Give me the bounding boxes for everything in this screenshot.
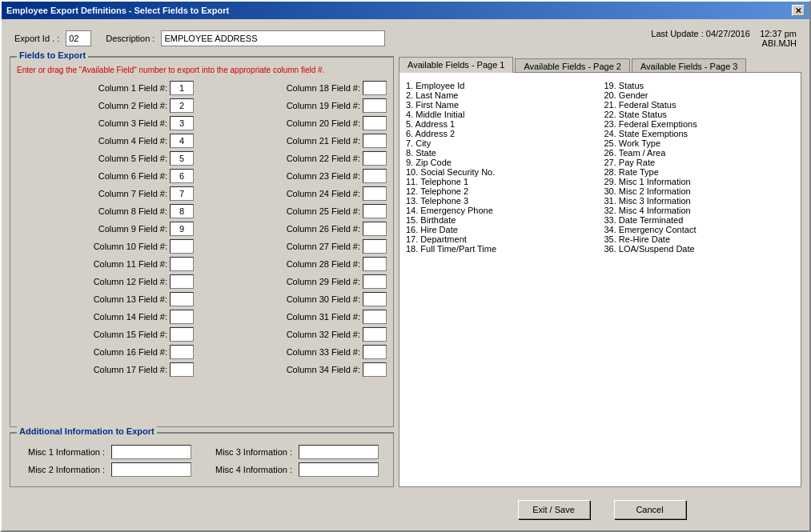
field-item: 14. Emergency Phone — [406, 206, 596, 215]
col-label: Column 26 Field #: — [287, 224, 360, 234]
col-input-right-23[interactable] — [363, 169, 387, 183]
field-item: 22. State Status — [604, 110, 795, 119]
col-label: Column 23 Field #: — [287, 171, 360, 181]
col-input-right-19[interactable] — [363, 98, 387, 113]
col-label: Column 8 Field #: — [98, 206, 167, 216]
column-row: Column 17 Field #: — [17, 361, 194, 378]
column-row: Column 21 Field #: — [210, 132, 387, 150]
col-label: Column 31 Field #: — [287, 312, 360, 322]
col-input-right-32[interactable] — [363, 327, 387, 342]
column-row: Column 4 Field #: — [17, 132, 194, 150]
column-row: Column 26 Field #: — [210, 220, 387, 238]
col-input-left-16[interactable] — [170, 345, 194, 359]
misc3-row: Misc 3 Information : — [204, 445, 379, 459]
col-label: Column 13 Field #: — [94, 294, 167, 304]
col-input-left-1[interactable] — [170, 81, 194, 95]
col-input-left-3[interactable] — [170, 116, 194, 130]
misc4-label: Misc 4 Information : — [204, 465, 292, 474]
window-content: Export Id . : Description : Last Update … — [2, 19, 809, 530]
cancel-button[interactable]: Cancel — [614, 500, 686, 519]
misc3-label: Misc 3 Information : — [204, 447, 292, 457]
fields-subtitle: Enter or drag the "Available Field" numb… — [17, 66, 387, 74]
col-input-right-25[interactable] — [363, 204, 387, 218]
column-row: Column 20 Field #: — [210, 114, 387, 132]
col-input-left-8[interactable] — [170, 204, 194, 218]
col-input-right-30[interactable] — [363, 292, 387, 306]
col-input-right-18[interactable] — [363, 81, 387, 95]
additional-info-rows: Misc 1 Information : Misc 2 Information … — [17, 445, 387, 480]
col-input-right-34[interactable] — [363, 362, 387, 377]
column-row: Column 23 Field #: — [210, 167, 387, 185]
description-input[interactable] — [161, 30, 385, 46]
misc1-row: Misc 1 Information : — [17, 445, 191, 459]
col-input-left-7[interactable] — [170, 186, 194, 201]
col-input-right-28[interactable] — [363, 257, 387, 271]
column-row: Column 33 Field #: — [210, 343, 387, 361]
misc4-row: Misc 4 Information : — [204, 462, 379, 477]
col-input-left-9[interactable] — [170, 222, 194, 236]
col-label: Column 9 Field #: — [98, 224, 167, 234]
col-label: Column 17 Field #: — [94, 365, 167, 374]
column-row: Column 34 Field #: — [210, 361, 387, 378]
field-item: 29. Misc 1 Information — [604, 177, 795, 186]
col-label: Column 28 Field #: — [287, 259, 360, 269]
misc3-input[interactable] — [299, 445, 379, 459]
col-input-right-31[interactable] — [363, 310, 387, 324]
col-label: Column 1 Field #: — [98, 83, 167, 93]
col-input-right-29[interactable] — [363, 274, 387, 289]
col-input-left-2[interactable] — [170, 98, 194, 113]
col-input-left-10[interactable] — [170, 239, 194, 254]
col-label: Column 32 Field #: — [287, 330, 360, 339]
col-label: Column 34 Field #: — [287, 365, 360, 374]
col-input-left-5[interactable] — [170, 151, 194, 166]
description-label: Description : — [106, 34, 155, 43]
additional-info-title: Additional Information to Export — [17, 426, 157, 436]
field-item: 13. Telephone 3 — [406, 196, 596, 206]
col-input-left-15[interactable] — [170, 327, 194, 342]
column-row: Column 11 Field #: — [17, 255, 194, 273]
column-row: Column 18 Field #: — [210, 79, 387, 97]
fields-col2: 19. Status20. Gender21. Federal Status22… — [604, 81, 795, 478]
field-item: 24. State Exemptions — [604, 129, 795, 138]
column-row: Column 10 Field #: — [17, 238, 194, 255]
field-item: 28. Rate Type — [604, 167, 795, 177]
col-input-right-21[interactable] — [363, 134, 387, 148]
field-item: 19. Status — [604, 81, 795, 90]
col-label: Column 12 Field #: — [94, 277, 167, 286]
col-input-left-17[interactable] — [170, 362, 194, 377]
tab-page1[interactable]: Available Fields - Page 1 — [399, 57, 513, 73]
field-item: 31. Misc 3 Information — [604, 196, 795, 206]
col-input-left-13[interactable] — [170, 292, 194, 306]
col-input-left-14[interactable] — [170, 310, 194, 324]
col-label: Column 10 Field #: — [94, 242, 167, 251]
col-input-left-11[interactable] — [170, 257, 194, 271]
col-label: Column 25 Field #: — [287, 206, 360, 216]
exit-save-button[interactable]: Exit / Save — [518, 500, 590, 519]
window-title: Employee Export Definitions - Select Fie… — [6, 6, 229, 15]
col-input-right-20[interactable] — [363, 116, 387, 130]
misc4-input[interactable] — [299, 462, 379, 477]
column-row: Column 7 Field #: — [17, 185, 194, 202]
misc1-input[interactable] — [111, 445, 191, 459]
col-input-right-33[interactable] — [363, 345, 387, 359]
field-item: 34. Emergency Contact — [604, 225, 795, 234]
right-panel: Available Fields - Page 1 Available Fiel… — [399, 56, 801, 487]
field-item: 16. Hire Date — [406, 225, 596, 234]
misc1-label: Misc 1 Information : — [17, 447, 105, 457]
col-input-left-12[interactable] — [170, 274, 194, 289]
col-input-left-4[interactable] — [170, 134, 194, 148]
misc2-input[interactable] — [111, 462, 191, 477]
export-id-input[interactable] — [66, 30, 91, 46]
col-input-right-26[interactable] — [363, 222, 387, 236]
col-input-right-22[interactable] — [363, 151, 387, 166]
col-input-left-6[interactable] — [170, 169, 194, 183]
header-row: Export Id . : Description : Last Update … — [10, 26, 801, 51]
column-row: Column 3 Field #: — [17, 114, 194, 132]
col-input-right-24[interactable] — [363, 186, 387, 201]
col-label: Column 29 Field #: — [287, 277, 360, 286]
col-input-right-27[interactable] — [363, 239, 387, 254]
col-label: Column 11 Field #: — [94, 259, 167, 269]
available-fields-panel: 1. Employee Id2. Last Name3. First Name4… — [399, 72, 801, 487]
columns-left: Column 1 Field #:Column 2 Field #:Column… — [17, 79, 194, 378]
close-button[interactable]: ✕ — [792, 5, 805, 16]
